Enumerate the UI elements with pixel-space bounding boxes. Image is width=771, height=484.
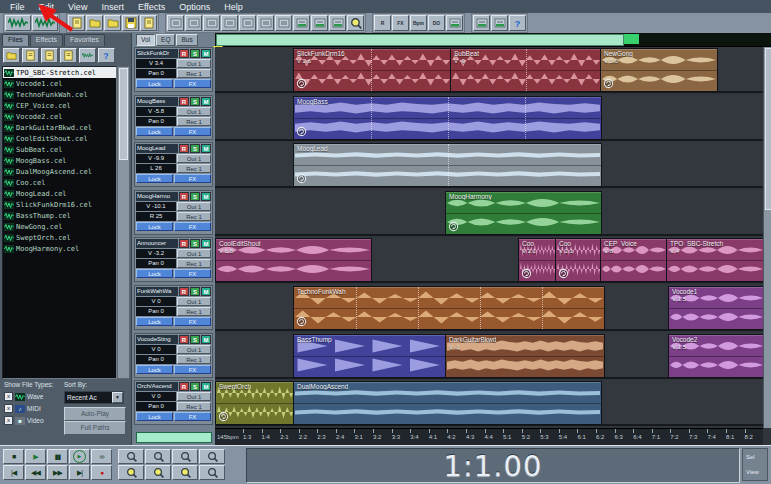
menu-effects[interactable]: Effects xyxy=(131,2,172,12)
solo-button[interactable]: S xyxy=(190,382,200,391)
clip-newgong[interactable]: NewGongV 0.0 xyxy=(600,48,718,92)
track-lock-button[interactable]: Lock xyxy=(136,79,173,88)
checkbox[interactable]: x xyxy=(4,416,13,425)
toolbar-undo-button[interactable] xyxy=(167,15,184,31)
clip-mooglead[interactable]: MoogLead xyxy=(293,143,602,187)
file-item-newgong-cel[interactable]: NewGong.cel xyxy=(3,221,116,232)
file-item-subbeat-cel[interactable]: SubBeat.cel xyxy=(3,144,116,155)
track-pan[interactable]: Pan 0 xyxy=(136,69,176,78)
transport-stop-button[interactable]: ■ xyxy=(3,449,24,464)
record-arm-button[interactable]: R xyxy=(179,192,189,201)
mute-button[interactable]: M xyxy=(201,239,211,248)
toolbar-fx-rack-button[interactable]: FX xyxy=(392,15,409,31)
toolbar-copy-button[interactable] xyxy=(221,15,238,31)
file-item-moogharmony-cel[interactable]: MoogHarmony.cel xyxy=(3,243,116,254)
track-name[interactable]: VocodeSting xyxy=(136,335,178,344)
record-arm-button[interactable]: R xyxy=(179,49,189,58)
solo-button[interactable]: S xyxy=(190,97,200,106)
toolbar-trim-button[interactable] xyxy=(293,15,310,31)
solo-button[interactable]: S xyxy=(190,335,200,344)
toolbar-save-as-button[interactable] xyxy=(140,15,157,31)
track-fx-button[interactable]: FX xyxy=(174,269,211,278)
track-fx-button[interactable]: FX xyxy=(174,222,211,231)
scrollbar-thumb[interactable] xyxy=(119,68,128,160)
track-record-device-button[interactable]: Rec 1 xyxy=(177,402,211,411)
track-name[interactable]: SlickFunkDr xyxy=(136,49,178,58)
toolbar-mix-paste-button[interactable] xyxy=(257,15,274,31)
track-volume[interactable]: V 0 xyxy=(136,345,176,354)
transport-go-to-end-button[interactable]: ▶| xyxy=(69,465,90,480)
clip-darkguitarbkwd[interactable]: DarkGuitarBkwdV -1 xyxy=(445,334,605,378)
clip-subbeat[interactable]: SubBeatV -9 xyxy=(450,48,602,92)
zoom-to-selection-button[interactable] xyxy=(199,449,225,464)
toolbar-paste-button[interactable] xyxy=(239,15,256,31)
file-item-cooleditshout-cel[interactable]: CoolEditShout.cel xyxy=(3,133,116,144)
track-volume[interactable]: V -5.8 xyxy=(136,107,176,116)
organizer-insert-into-multitrack-button[interactable] xyxy=(41,48,58,63)
scrollbar-thumb[interactable] xyxy=(216,34,624,46)
transport-fast-forward-button[interactable]: ▶▶ xyxy=(47,465,68,480)
file-item-tpo-sbc-stretch-cel[interactable]: TPO_SBC-Stretch.cel xyxy=(3,67,116,78)
toolbar-snapping-button[interactable] xyxy=(473,15,490,31)
track-fx-button[interactable]: FX xyxy=(174,317,211,326)
transport-loop-button[interactable]: ∞ xyxy=(91,449,112,464)
checkbox[interactable]: x xyxy=(4,392,13,401)
track-volume[interactable]: V 0 xyxy=(136,297,176,306)
toolbar-open-append-button[interactable] xyxy=(104,15,121,31)
track-fx-button[interactable]: FX xyxy=(174,127,211,136)
track-output-button[interactable]: Out 1 xyxy=(177,202,211,211)
toolbar-delete-button[interactable] xyxy=(275,15,292,31)
menu-view[interactable]: View xyxy=(61,2,94,12)
record-arm-button[interactable]: R xyxy=(179,382,189,391)
track-record-device-button[interactable]: Rec 1 xyxy=(177,164,211,173)
clip-sweptorch[interactable]: SweptOrch xyxy=(215,381,295,425)
track-name[interactable]: MoogLead xyxy=(136,144,178,153)
file-item-slickfunkdrm16-cel[interactable]: SlickFunkDrm16.cel xyxy=(3,199,116,210)
file-item-cep-voice-cel[interactable]: CEP_Voice.cel xyxy=(3,100,116,111)
file-item-dualmoogascend-cel[interactable]: DualMoogAscend.cel xyxy=(3,166,116,177)
zoom-out-horizontal-button[interactable] xyxy=(145,449,171,464)
clip-vocode2[interactable]: Vocode2V 1.5 xyxy=(668,334,765,378)
clip-bassthump[interactable]: BassThump xyxy=(293,334,447,378)
zoom-in-vertical-button[interactable] xyxy=(118,465,144,480)
file-item-darkguitarbkwd-cel[interactable]: DarkGuitarBkwd.cel xyxy=(3,122,116,133)
toolbar-cd-list-button[interactable]: DO xyxy=(428,15,445,31)
file-item-vocode1-cel[interactable]: Vocode1.cel xyxy=(3,78,116,89)
track-lock-button[interactable]: Lock xyxy=(136,127,173,136)
scrollbar-thumb[interactable] xyxy=(765,48,771,210)
organizer-file-options-button[interactable] xyxy=(79,48,96,63)
mute-button[interactable]: M xyxy=(201,335,211,344)
toolbar-help-button[interactable] xyxy=(509,15,526,31)
toolbar-session-properties-button[interactable] xyxy=(491,15,508,31)
track-record-device-button[interactable]: Rec 1 xyxy=(177,355,211,364)
track-lock-button[interactable]: Lock xyxy=(136,174,173,183)
menu-file[interactable]: File xyxy=(3,2,32,12)
track-pan[interactable]: R 25 xyxy=(136,212,176,221)
mute-button[interactable]: M xyxy=(201,287,211,296)
toolbar-redo-button[interactable] xyxy=(185,15,202,31)
track-name[interactable]: Orch/Ascend xyxy=(136,382,178,391)
scrollbar-end-block[interactable] xyxy=(624,34,639,44)
track-pan[interactable]: Pan 0 xyxy=(136,117,176,126)
solo-button[interactable]: S xyxy=(190,239,200,248)
clip-moogbass[interactable]: MoogBass xyxy=(293,96,602,140)
clip-tpo-sbc-stretch[interactable]: TPO_SBC-StretchV 4 xyxy=(666,238,765,282)
toolbar-punch-in-button[interactable] xyxy=(329,15,346,31)
track-fx-button[interactable]: FX xyxy=(174,365,211,374)
track-output-button[interactable]: Out 1 xyxy=(177,249,211,258)
track-record-device-button[interactable]: Rec 1 xyxy=(177,69,211,78)
mute-button[interactable]: M xyxy=(201,144,211,153)
file-item-coo-cel[interactable]: Coo.cel xyxy=(3,177,116,188)
toolbar-multitrack-view-button[interactable] xyxy=(32,15,58,31)
organizer-insert-into-cd-list-button[interactable] xyxy=(60,48,77,63)
track-pan[interactable]: Pan 0 xyxy=(136,402,176,411)
track-record-device-button[interactable]: Rec 1 xyxy=(177,117,211,126)
toolbar-metronome-button[interactable] xyxy=(446,15,463,31)
clip-cep-voice[interactable]: CEP_VoiceV 8 xyxy=(600,238,668,282)
vertical-scrollbar[interactable] xyxy=(763,47,771,428)
toolbar-open-button[interactable] xyxy=(86,15,103,31)
toolbar-crossfade-button[interactable] xyxy=(311,15,328,31)
track-fx-button[interactable]: FX xyxy=(174,412,211,421)
solo-button[interactable]: S xyxy=(190,49,200,58)
menu-edit[interactable]: Edit xyxy=(32,2,62,12)
